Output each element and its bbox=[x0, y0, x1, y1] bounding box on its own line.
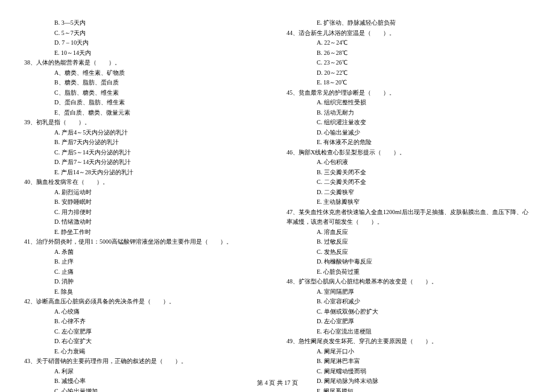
option-item: E. 10～14天内 bbox=[24, 48, 268, 58]
option-item: A. 剧烈运动时 bbox=[24, 188, 268, 198]
left-column: B. 3—5天内C. 5～7天内D. 7 – 10天内E. 10～14天内 38… bbox=[24, 18, 268, 368]
question-title: 46、胸部X线检查心影呈梨形提示（ ）。 bbox=[287, 148, 531, 158]
option-item: D. 产后7～14天内分泌的乳汁 bbox=[24, 157, 268, 168]
option-item: E. 静坐工作时 bbox=[24, 227, 268, 238]
question-title: 43、关于硝普钠的主要药理作用，正确的叙述的是（ ）。 bbox=[24, 356, 268, 367]
pre-options-right: E. 扩张动、静脉减轻心脏负荷 bbox=[287, 18, 531, 28]
option-item: B. 安静睡眠时 bbox=[24, 197, 268, 207]
question-item: 44、适合新生儿沐浴的室温是（ ）。A. 22～24℃B. 26～28℃C. 2… bbox=[287, 28, 531, 88]
option-item: E. 除臭 bbox=[24, 287, 268, 297]
questions-left: 38、人体的热能营养素是（ ）。A、糖类、维生素、矿物质B、糖类、脂肪、蛋白质C… bbox=[24, 58, 268, 392]
pre-options-left: B. 3—5天内C. 5～7天内D. 7 – 10天内E. 10～14天内 bbox=[24, 18, 268, 58]
question-title: 42、诊断高血压心脏病必须具备的先决条件是（ ）。 bbox=[24, 297, 268, 307]
option-item: A. 阑尾开口小 bbox=[287, 347, 531, 357]
option-item: C. 产后5～14天内分泌的乳汁 bbox=[24, 148, 268, 158]
option-item: A. 心包积液 bbox=[287, 157, 531, 168]
right-column: E. 扩张动、静脉减轻心脏负荷 44、适合新生儿沐浴的室温是（ ）。A. 22～… bbox=[287, 18, 531, 368]
page-footer: 第 4 页 共 17 页 bbox=[0, 379, 555, 387]
option-item: A. 室间隔肥厚 bbox=[287, 287, 531, 297]
option-item: D. 消肿 bbox=[24, 277, 268, 287]
option-item: A. 产后4～5天内分泌的乳汁 bbox=[24, 128, 268, 138]
option-item: B. 3—5天内 bbox=[24, 18, 268, 28]
question-title: 49、急性阑尾炎发生坏死、穿孔的主要原因是（ ）。 bbox=[287, 337, 531, 347]
option-item: A. 心绞痛 bbox=[24, 307, 268, 317]
question-item: 48、扩张型心肌病人心脏结构最基本的改变是（ ）。A. 室间隔肥厚B. 心室容积… bbox=[287, 277, 531, 337]
question-title: 40、脑血栓发病常在（ ）。 bbox=[24, 177, 268, 188]
option-item: C. 左心室肥厚 bbox=[24, 327, 268, 337]
question-item: 47、某失血性休克患者快速输入全血1200ml后出现手足抽搐、皮肤黏膜出血、血压… bbox=[287, 207, 531, 277]
option-item: B、糖类、脂肪、蛋白质 bbox=[24, 78, 268, 88]
option-item: B. 心室容积减少 bbox=[287, 297, 531, 307]
option-item: C. 阑尾蠕动慢而弱 bbox=[287, 367, 531, 377]
option-item: E. 心脏负荷过重 bbox=[287, 267, 531, 277]
option-item: D. 二尖瓣狭窄 bbox=[287, 188, 531, 198]
option-item: E. 右心室流出道梗阻 bbox=[287, 327, 531, 337]
option-item: C. 单侧或双侧心腔扩大 bbox=[287, 307, 531, 317]
option-item: B. 心律不齐 bbox=[24, 317, 268, 327]
question-item: 39、初乳是指（ ）。A. 产后4～5天内分泌的乳汁B. 产后7天内分泌的乳汁C… bbox=[24, 118, 268, 177]
option-item: C. 23～26℃ bbox=[287, 58, 531, 68]
option-item: E. 产后14～28天内分泌的乳汁 bbox=[24, 168, 268, 178]
question-item: 45、贫血最常见的护理诊断是（ ）。A. 组织完整性受损B. 活动无耐力C. 组… bbox=[287, 88, 531, 148]
option-item: A. 溶血反应 bbox=[287, 227, 531, 238]
option-item: C. 止痛 bbox=[24, 267, 268, 277]
question-title: 44、适合新生儿沐浴的室温是（ ）。 bbox=[287, 28, 531, 39]
option-item: D、蛋白质、脂肪、维生素 bbox=[24, 98, 268, 108]
questions-right: 44、适合新生儿沐浴的室温是（ ）。A. 22～24℃B. 26～28℃C. 2… bbox=[287, 28, 531, 393]
option-item: C. 5～7天内 bbox=[24, 28, 268, 39]
option-item: A. 利尿 bbox=[24, 367, 268, 377]
question-title: 38、人体的热能营养素是（ ）。 bbox=[24, 58, 268, 68]
option-item: B. 阑尾淋巴丰富 bbox=[287, 356, 531, 367]
option-item: E. 有体液不足的危险 bbox=[287, 138, 531, 148]
question-item: 40、脑血栓发病常在（ ）。A. 剧烈运动时B. 安静睡眠时C. 用力排便时D.… bbox=[24, 177, 268, 237]
option-item: D. 情绪激动时 bbox=[24, 217, 268, 227]
option-item: D. 7 – 10天内 bbox=[24, 38, 268, 48]
question-title: 47、某失血性休克患者快速输入全血1200ml后出现手足抽搐、皮肤黏膜出血、血压… bbox=[287, 207, 531, 227]
option-item: A. 杀菌 bbox=[24, 247, 268, 258]
option-item: B. 26～28℃ bbox=[287, 48, 531, 58]
option-item: B. 止痒 bbox=[24, 257, 268, 267]
question-title: 45、贫血最常见的护理诊断是（ ）。 bbox=[287, 88, 531, 98]
option-item: B. 活动无耐力 bbox=[287, 108, 531, 118]
option-item: A. 22～24℃ bbox=[287, 38, 531, 48]
option-item: C. 组织灌注量改变 bbox=[287, 118, 531, 128]
option-item: E. 扩张动、静脉减轻心脏负荷 bbox=[287, 18, 531, 28]
option-item: D. 右心室扩大 bbox=[24, 337, 268, 347]
option-item: E. 主动脉瓣狭窄 bbox=[287, 197, 531, 207]
question-item: 41、治疗外阴炎时，使用1：5000高锰酸钾溶液坐浴的最主要作用是（ ）。A. … bbox=[24, 237, 268, 297]
option-item: C. 二尖瓣关闭不全 bbox=[287, 177, 531, 188]
question-title: 48、扩张型心肌病人心脏结构最基本的改变是（ ）。 bbox=[287, 277, 531, 287]
question-item: 46、胸部X线检查心影呈梨形提示（ ）。A. 心包积液B. 三尖瓣关闭不全C. … bbox=[287, 148, 531, 207]
option-item: B. 三尖瓣关闭不全 bbox=[287, 168, 531, 178]
document-content: B. 3—5天内C. 5～7天内D. 7 – 10天内E. 10～14天内 38… bbox=[24, 18, 531, 368]
option-item: B. 产后7天内分泌的乳汁 bbox=[24, 138, 268, 148]
question-item: 38、人体的热能营养素是（ ）。A、糖类、维生素、矿物质B、糖类、脂肪、蛋白质C… bbox=[24, 58, 268, 118]
question-title: 41、治疗外阴炎时，使用1：5000高锰酸钾溶液坐浴的最主要作用是（ ）。 bbox=[24, 237, 268, 247]
option-item: D. 心输出量减少 bbox=[287, 128, 531, 138]
option-item: C. 发热反应 bbox=[287, 247, 531, 258]
option-item: A、糖类、维生素、矿物质 bbox=[24, 68, 268, 78]
option-item: B. 过敏反应 bbox=[287, 237, 531, 247]
question-title: 39、初乳是指（ ）。 bbox=[24, 118, 268, 128]
option-item: D. 20～22℃ bbox=[287, 68, 531, 78]
option-item: C. 用力排便时 bbox=[24, 207, 268, 218]
option-item: A. 组织完整性受损 bbox=[287, 98, 531, 108]
option-item: E. 18～20℃ bbox=[287, 78, 531, 88]
option-item: D. 左心室肥厚 bbox=[287, 317, 531, 327]
option-item: E. 心力衰竭 bbox=[24, 347, 268, 357]
option-item: E、蛋白质、糖类、微量元素 bbox=[24, 108, 268, 118]
question-item: 42、诊断高血压心脏病必须具备的先决条件是（ ）。A. 心绞痛B. 心律不齐C.… bbox=[24, 297, 268, 356]
option-item: D. 枸橼酸钠中毒反应 bbox=[287, 257, 531, 267]
option-item: C、脂肪、糖类、维生素 bbox=[24, 88, 268, 98]
